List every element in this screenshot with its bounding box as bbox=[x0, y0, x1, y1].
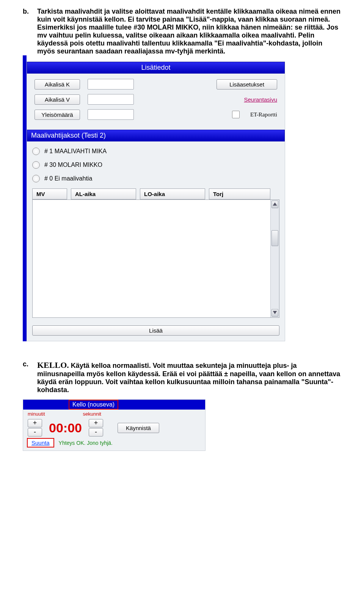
scroll-down-icon[interactable] bbox=[271, 309, 278, 317]
et-raportti-checkbox[interactable] bbox=[232, 111, 240, 118]
col-lo: LO-aika bbox=[140, 188, 205, 199]
list-marker-c: c. bbox=[23, 360, 37, 394]
mv-table-body bbox=[32, 199, 279, 318]
list-marker-b: b. bbox=[23, 8, 37, 55]
min-plus-button[interactable]: + bbox=[28, 419, 42, 427]
clock-title: Kello (nouseva) bbox=[69, 400, 118, 410]
scroll-up-icon[interactable] bbox=[271, 201, 278, 208]
svg-marker-0 bbox=[273, 203, 277, 206]
aikalisa-k-button[interactable]: Aikalisä K bbox=[35, 79, 80, 89]
lisatiedot-title: Lisätiedot bbox=[27, 62, 285, 74]
aikalisa-k-field[interactable] bbox=[88, 79, 134, 89]
mv-option-2[interactable]: # 30 MOLARI MIKKO bbox=[32, 161, 279, 169]
aikalisa-v-button[interactable]: Aikalisä V bbox=[35, 94, 80, 105]
sec-minus-button[interactable]: - bbox=[89, 428, 103, 436]
status-text: Yhteys OK. Jono tyhjä. bbox=[59, 440, 113, 446]
left-blue-strip bbox=[23, 55, 27, 341]
svg-marker-1 bbox=[273, 311, 277, 314]
sec-plus-button[interactable]: + bbox=[89, 419, 103, 427]
lisaa-button[interactable]: Lisää bbox=[32, 325, 279, 336]
screenshot-clock: Kello (nouseva) minuutit sekunnit + - 00… bbox=[23, 399, 206, 451]
radio-icon bbox=[32, 175, 40, 182]
col-al: AL-aika bbox=[71, 188, 136, 199]
col-torj: Torj bbox=[209, 188, 270, 199]
start-button[interactable]: Käynnistä bbox=[118, 423, 159, 433]
min-minus-button[interactable]: - bbox=[28, 428, 42, 436]
lisaasetukset-button[interactable]: Lisäasetukset bbox=[217, 79, 277, 89]
seconds-label: sekunnit bbox=[83, 411, 101, 417]
radio-icon bbox=[32, 148, 40, 155]
scroll-thumb[interactable] bbox=[271, 230, 278, 246]
yleisomaara-button[interactable]: Yleisömäärä bbox=[35, 110, 80, 120]
yleisomaara-field[interactable] bbox=[88, 109, 134, 120]
screenshot-lisatiedot: Lisätiedot Aikalisä K Lisäasetukset Aika… bbox=[27, 61, 285, 341]
et-raportti-label: ET-Raportti bbox=[250, 111, 277, 118]
aikalisa-v-field[interactable] bbox=[88, 94, 134, 105]
clock-time: 00:00 bbox=[49, 421, 82, 435]
section-b-text: Tarkista maalivahdit ja valitse aloittav… bbox=[37, 8, 341, 55]
scrollbar[interactable] bbox=[270, 200, 279, 317]
mv-option-2-label: # 30 MOLARI MIKKO bbox=[44, 162, 102, 168]
mv-option-3-label: # 0 Ei maalivahtia bbox=[44, 175, 92, 182]
section-c-text: KELLO. Käytä kelloa normaalisti. Voit mu… bbox=[37, 360, 341, 394]
mv-option-1-label: # 1 MAALIVAHTI MIKA bbox=[44, 148, 107, 155]
mv-option-3[interactable]: # 0 Ei maalivahtia bbox=[32, 175, 279, 182]
mv-option-1[interactable]: # 1 MAALIVAHTI MIKA bbox=[32, 148, 279, 155]
section-c-body: Käytä kelloa normaalisti. Voit muuttaa s… bbox=[37, 362, 340, 394]
suunta-button[interactable]: Suunta bbox=[27, 438, 54, 447]
kello-heading: KELLO. bbox=[37, 360, 69, 370]
radio-icon bbox=[32, 161, 40, 169]
seurantasivu-link[interactable]: Seurantasivu bbox=[244, 96, 277, 103]
mv-title: Maalivahtijaksot (Testi 2) bbox=[27, 130, 285, 141]
clock-header-fill bbox=[118, 400, 205, 410]
col-mv: MV bbox=[32, 188, 67, 199]
minutes-label: minuutit bbox=[28, 411, 45, 417]
clock-header-pad bbox=[23, 400, 69, 410]
